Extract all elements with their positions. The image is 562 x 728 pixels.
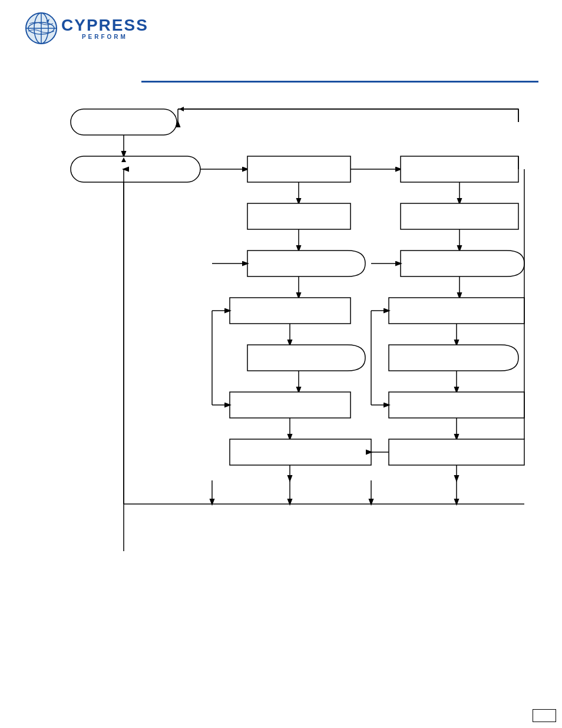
svg-rect-49 xyxy=(389,439,524,465)
logo-globe-icon xyxy=(24,11,59,46)
svg-point-5 xyxy=(26,13,57,44)
page-header: CYPRESS PERFORM xyxy=(0,0,562,83)
svg-marker-11 xyxy=(179,107,184,111)
svg-rect-33 xyxy=(389,298,524,324)
logo-cypress-label: CYPRESS xyxy=(61,17,148,34)
header-divider xyxy=(141,81,538,83)
flowchart-diagram xyxy=(35,91,548,551)
svg-rect-38 xyxy=(230,392,351,418)
svg-rect-6 xyxy=(71,109,177,135)
svg-rect-24 xyxy=(401,203,518,229)
svg-rect-42 xyxy=(389,392,524,418)
svg-rect-22 xyxy=(247,203,351,229)
svg-rect-15 xyxy=(247,156,351,182)
svg-rect-46 xyxy=(230,439,371,465)
logo-text-block: CYPRESS PERFORM xyxy=(61,17,148,40)
page-number-box xyxy=(533,709,556,722)
svg-rect-12 xyxy=(71,156,200,182)
logo-perform-label: PERFORM xyxy=(61,34,148,40)
logo: CYPRESS PERFORM xyxy=(24,11,148,46)
svg-rect-30 xyxy=(230,298,351,324)
svg-rect-18 xyxy=(401,156,518,182)
flowchart-svg xyxy=(35,91,548,551)
